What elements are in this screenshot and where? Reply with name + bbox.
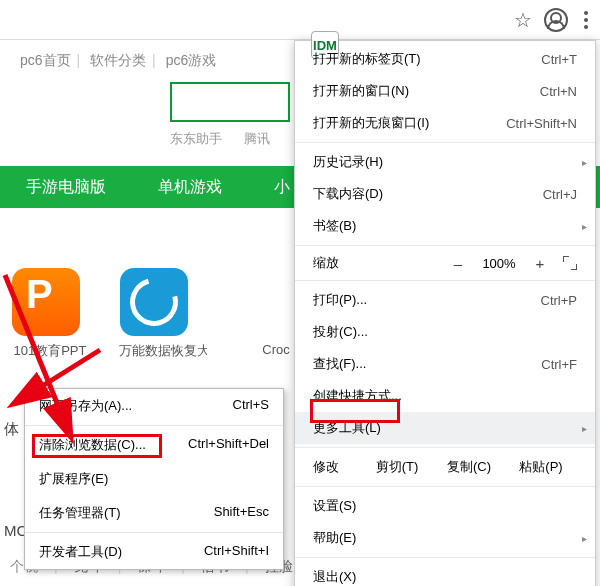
browser-toolbar: ☆ — [0, 0, 600, 40]
menu-item-label: 下载内容(D) — [313, 185, 543, 203]
edit-label: 修改 — [313, 458, 361, 476]
menu-item-label: 网页另存为(A)... — [39, 397, 132, 415]
menu-separator — [25, 425, 283, 426]
edit-row: 修改剪切(T)复制(C)粘贴(P) — [295, 451, 595, 483]
menu-item-label: 扩展程序(E) — [39, 470, 108, 488]
menu-item[interactable]: 网页另存为(A)...Ctrl+S — [25, 389, 283, 423]
menu-item-shortcut: Ctrl+F — [541, 357, 577, 372]
zoom-label: 缩放 — [313, 254, 439, 272]
menu-item-label: 投射(C)... — [313, 323, 577, 341]
menu-item-label: 退出(X) — [313, 568, 577, 586]
menu-item-shortcut: Ctrl+Shift+Del — [188, 436, 269, 454]
menu-item-label: 任务管理器(T) — [39, 504, 121, 522]
more-tools-submenu: 网页另存为(A)...Ctrl+S清除浏览数据(C)...Ctrl+Shift+… — [24, 388, 284, 570]
menu-item[interactable]: 书签(B) — [295, 210, 595, 242]
browser-main-menu: IDM 打开新的标签页(T)Ctrl+T打开新的窗口(N)Ctrl+N打开新的无… — [294, 40, 596, 586]
zoom-in-button[interactable]: + — [529, 255, 551, 272]
menu-item-shortcut: Ctrl+Shift+N — [506, 116, 577, 131]
menu-item[interactable]: 打开新的标签页(T)Ctrl+T — [295, 43, 595, 75]
account-icon[interactable] — [544, 8, 568, 32]
menu-item[interactable]: 设置(S) — [295, 490, 595, 522]
menu-item-shortcut: Ctrl+Shift+I — [204, 543, 269, 561]
app-icon[interactable] — [12, 268, 80, 336]
menu-separator — [25, 532, 283, 533]
side-text: 体 — [4, 420, 19, 439]
menu-item-label: 创建快捷方式... — [313, 387, 577, 405]
menu-item[interactable]: 退出(X) — [295, 561, 595, 586]
nav-link[interactable]: 软件分类 — [90, 52, 146, 68]
menu-item-shortcut: Ctrl+N — [540, 84, 577, 99]
menu-item-label: 打开新的标签页(T) — [313, 50, 541, 68]
copy-button[interactable]: 复制(C) — [433, 458, 505, 476]
menu-item[interactable]: 查找(F)...Ctrl+F — [295, 348, 595, 380]
zoom-out-button[interactable]: – — [447, 255, 469, 272]
paste-button[interactable]: 粘贴(P) — [505, 458, 577, 476]
bookmark-star-icon[interactable]: ☆ — [514, 8, 532, 32]
menu-item[interactable]: 投射(C)... — [295, 316, 595, 348]
nav-link[interactable]: pc6首页 — [20, 52, 71, 68]
menu-separator — [295, 557, 595, 558]
menu-item[interactable]: 下载内容(D)Ctrl+J — [295, 178, 595, 210]
menu-item-label: 开发者工具(D) — [39, 543, 122, 561]
hot-link[interactable]: 东东助手 — [170, 131, 222, 146]
menu-item[interactable]: 清除浏览数据(C)...Ctrl+Shift+Del — [25, 428, 283, 462]
menu-item-label: 设置(S) — [313, 497, 577, 515]
menu-item-shortcut: Ctrl+P — [541, 293, 577, 308]
menu-item-shortcut: Ctrl+T — [541, 52, 577, 67]
menu-item[interactable]: 创建快捷方式... — [295, 380, 595, 412]
nav-link[interactable]: pc6游戏 — [166, 52, 217, 68]
menu-item[interactable]: 打开新的无痕窗口(I)Ctrl+Shift+N — [295, 107, 595, 139]
menu-item[interactable]: 打开新的窗口(N)Ctrl+N — [295, 75, 595, 107]
zoom-row: 缩放–100%+ — [295, 249, 595, 277]
menu-separator — [295, 142, 595, 143]
menu-separator — [295, 447, 595, 448]
menu-item[interactable]: 开发者工具(D)Ctrl+Shift+I — [25, 535, 283, 569]
app-icon[interactable] — [120, 268, 188, 336]
menu-item[interactable]: 打印(P)...Ctrl+P — [295, 284, 595, 316]
menu-separator — [295, 280, 595, 281]
menu-item-label: 清除浏览数据(C)... — [39, 436, 146, 454]
hot-link[interactable]: 腾讯 — [244, 131, 270, 146]
menu-item[interactable]: 历史记录(H) — [295, 146, 595, 178]
zoom-value: 100% — [477, 256, 521, 271]
menu-item-label: 查找(F)... — [313, 355, 541, 373]
app-label: 万能数据恢复大 — [119, 342, 207, 360]
kebab-menu-icon[interactable] — [580, 7, 592, 33]
menu-separator — [295, 245, 595, 246]
search-input[interactable] — [170, 82, 290, 122]
menu-item-label: 打开新的无痕窗口(I) — [313, 114, 506, 132]
cut-button[interactable]: 剪切(T) — [361, 458, 433, 476]
menu-separator — [295, 486, 595, 487]
menu-item[interactable]: 任务管理器(T)Shift+Esc — [25, 496, 283, 530]
menu-item-label: 帮助(E) — [313, 529, 577, 547]
menu-item-label: 打印(P)... — [313, 291, 541, 309]
menu-item[interactable]: 更多工具(L) — [295, 412, 595, 444]
fullscreen-icon[interactable] — [563, 256, 577, 270]
menu-item-shortcut: Ctrl+J — [543, 187, 577, 202]
menu-item-shortcut: Ctrl+S — [233, 397, 269, 415]
menu-item-label: 书签(B) — [313, 217, 577, 235]
menu-item[interactable]: 帮助(E) — [295, 522, 595, 554]
menu-item-shortcut: Shift+Esc — [214, 504, 269, 522]
app-label: 101教育PPT — [6, 342, 94, 360]
menu-item[interactable]: 扩展程序(E) — [25, 462, 283, 496]
menu-item-label: 更多工具(L) — [313, 419, 577, 437]
category-tab[interactable]: 单机游戏 — [132, 177, 248, 198]
menu-item-label: 打开新的窗口(N) — [313, 82, 540, 100]
category-tab[interactable]: 手游电脑版 — [0, 177, 132, 198]
menu-item-label: 历史记录(H) — [313, 153, 577, 171]
